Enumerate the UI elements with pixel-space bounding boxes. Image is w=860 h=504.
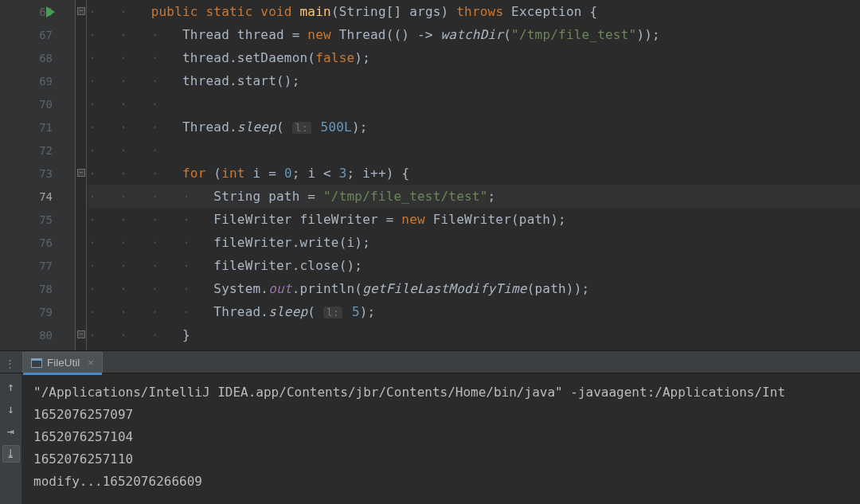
fold-toggle-icon[interactable]: − xyxy=(77,330,85,338)
parameter-hint: l: xyxy=(292,122,311,134)
run-gutter-icon[interactable] xyxy=(46,6,55,18)
scroll-to-end-icon[interactable]: ⤓ xyxy=(2,445,20,463)
soft-wrap-icon[interactable]: ⇥ xyxy=(2,423,20,440)
run-tab-fileutil[interactable]: FileUtil × xyxy=(22,352,103,373)
fold-toggle-icon[interactable]: − xyxy=(77,7,85,15)
gutter-line[interactable]: 66 xyxy=(0,0,75,23)
code-line[interactable]: · · · · fileWriter.write(i); xyxy=(88,231,860,254)
gutter-line[interactable]: 74 xyxy=(0,185,75,208)
code-line[interactable]: · · · for (int i = 0; i < 3; i++) { xyxy=(88,162,860,185)
gutter-line[interactable]: 80 xyxy=(0,323,75,346)
parameter-hint: l: xyxy=(323,307,342,318)
run-toolbar: ↑ ↓ ⇥ ⤓ xyxy=(0,373,22,504)
gutter-line[interactable]: 71 xyxy=(0,115,75,139)
gutter-line[interactable]: 67 xyxy=(0,23,75,46)
gutter-line[interactable]: 77 xyxy=(0,254,75,277)
editor-area: 666768697071727374757677787980 −−− · · p… xyxy=(0,0,860,350)
line-number-gutter[interactable]: 666768697071727374757677787980 xyxy=(0,0,76,350)
code-line[interactable]: · · public static void main(String[] arg… xyxy=(88,0,860,23)
code-line[interactable]: · · · Thread thread = new Thread(() -> w… xyxy=(88,23,860,46)
gutter-line[interactable]: 79 xyxy=(0,300,75,323)
code-line[interactable]: · · · thread.start(); xyxy=(88,69,860,92)
close-icon[interactable]: × xyxy=(88,357,94,369)
gutter-line[interactable]: 76 xyxy=(0,231,75,254)
code-line[interactable]: · · · · Thread.sleep( l: 5); xyxy=(88,300,860,323)
code-line[interactable]: · · · thread.setDaemon(false); xyxy=(88,46,860,69)
fold-toggle-icon[interactable]: − xyxy=(77,169,85,177)
code-line[interactable]: · · · Thread.sleep( l: 500L); xyxy=(88,115,860,139)
run-tab-label: FileUtil xyxy=(47,357,80,369)
gutter-line[interactable]: 69 xyxy=(0,69,75,92)
arrow-down-icon[interactable]: ↓ xyxy=(2,400,20,418)
gutter-line[interactable]: 68 xyxy=(0,46,75,69)
run-config-icon xyxy=(31,358,42,368)
more-tabs-icon[interactable]: ⋮ xyxy=(5,357,15,369)
fold-bar[interactable]: −−− xyxy=(76,0,87,350)
gutter-line[interactable]: 78 xyxy=(0,277,75,300)
code-line[interactable]: · · · xyxy=(88,139,860,162)
console-output[interactable]: "/Applications/IntelliJ IDEA.app/Content… xyxy=(22,373,860,504)
code-line[interactable]: · · · xyxy=(88,92,860,115)
code-line[interactable]: · · · · String path = "/tmp/file_test/te… xyxy=(88,185,860,208)
run-tabs-bar: ⋮ FileUtil × xyxy=(0,351,860,373)
gutter-line[interactable]: 70 xyxy=(0,92,75,115)
gutter-line[interactable]: 72 xyxy=(0,139,75,162)
gutter-line[interactable]: 75 xyxy=(0,208,75,231)
arrow-up-icon[interactable]: ↑ xyxy=(2,378,20,396)
run-panel: ⋮ FileUtil × ↑ ↓ ⇥ ⤓ "/Applications/Inte… xyxy=(0,350,860,504)
code-line[interactable]: · · · · fileWriter.close(); xyxy=(88,254,860,277)
code-editor[interactable]: · · public static void main(String[] arg… xyxy=(76,0,860,350)
code-line[interactable]: · · · · System.out.println(getFileLastMo… xyxy=(88,277,860,300)
code-line[interactable]: · · · · FileWriter fileWriter = new File… xyxy=(88,208,860,231)
code-line[interactable]: · · · } xyxy=(88,323,860,346)
gutter-line[interactable]: 73 xyxy=(0,162,75,185)
